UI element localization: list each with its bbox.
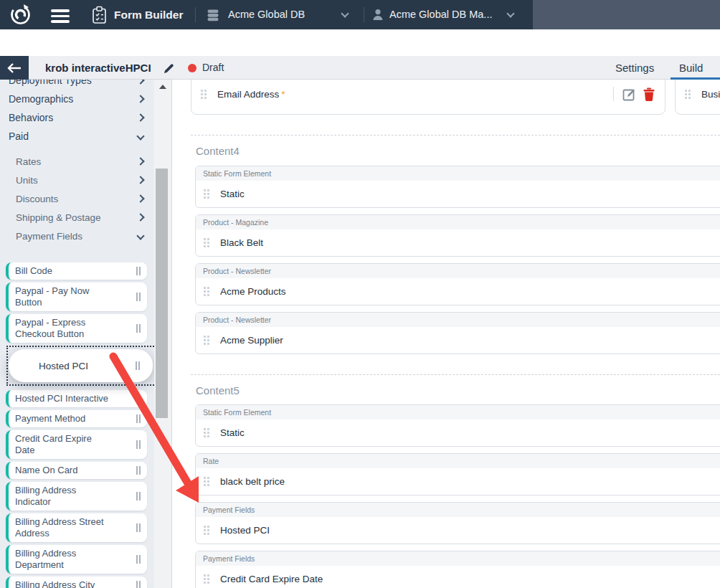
tab-settings[interactable]: Settings (615, 56, 654, 80)
required-asterisk: * (281, 89, 285, 100)
element-library-sidebar: Deployment Types Demographics Behaviors … (0, 56, 154, 588)
drag-handle-icon[interactable] (136, 523, 141, 532)
topbar-divider (364, 7, 364, 22)
drag-dots-icon[interactable] (203, 237, 210, 248)
top-bar-right-section (533, 0, 720, 29)
drag-dots-icon[interactable] (203, 525, 210, 536)
drag-handle-icon[interactable] (136, 466, 141, 475)
user-icon (372, 9, 384, 21)
field-chip-bill-code[interactable]: Bill Code (6, 262, 147, 280)
drag-dots-icon[interactable] (203, 335, 210, 346)
top-app-bar: Form Builder Acme Global DB Acme Global … (0, 0, 720, 29)
field-chip-paypal-express[interactable]: Paypal - Express Checkout Button (6, 314, 147, 343)
canvas-element-hosted-pci[interactable]: Payment Fields Hosted PCI (195, 502, 720, 544)
drag-dots-icon[interactable] (203, 189, 210, 199)
drag-handle-icon[interactable] (136, 324, 141, 333)
section-title-content5: Content5 (196, 384, 240, 397)
section-dashed-divider (191, 374, 720, 375)
drag-source-placeholder: Hosted PCI (6, 346, 154, 386)
sidebar-item-units[interactable]: Units (0, 171, 154, 189)
database-icon (207, 9, 219, 22)
field-chip-credit-card-expire-date[interactable]: Credit Card Expire Date (6, 430, 147, 459)
chevron-right-icon (136, 157, 144, 165)
drag-dots-icon[interactable] (203, 476, 210, 487)
section-title-content4: Content4 (196, 145, 240, 157)
canvas-element-black-belt-price[interactable]: Rate black belt price (195, 453, 720, 495)
drag-dots-icon[interactable] (203, 427, 210, 438)
field-chip-billing-address-indicator[interactable]: Billing Address Indicator (6, 482, 147, 511)
canvas-element-email-address[interactable]: Email Address * (191, 80, 665, 115)
form-builder-clipboard-icon (91, 6, 108, 24)
drag-dots-icon[interactable] (203, 286, 210, 297)
drag-handle-icon[interactable] (136, 492, 141, 501)
sidebar-item-demographics[interactable]: Demographics (0, 90, 154, 108)
section-dashed-divider (191, 135, 720, 136)
build-active-underline (671, 77, 720, 80)
database-chevron-down-icon[interactable] (341, 9, 349, 17)
user-selector-label[interactable]: Acme Global DB Ma... (389, 0, 492, 29)
drag-handle-icon[interactable] (136, 267, 141, 275)
field-chip-payment-method[interactable]: Payment Method (6, 410, 147, 427)
field-chip-name-on-card[interactable]: Name On Card (6, 462, 147, 479)
drag-dots-icon[interactable] (684, 89, 691, 100)
sidebar-item-paid[interactable]: Paid (0, 127, 154, 146)
chevron-down-icon (136, 132, 144, 140)
field-chip-billing-address-street[interactable]: Billing Address Street Address (6, 513, 147, 542)
scrollbar-thumb[interactable] (156, 169, 168, 418)
chevron-right-icon (136, 95, 144, 103)
edit-title-pencil-icon[interactable] (163, 62, 175, 75)
drag-dots-icon[interactable] (200, 89, 207, 100)
field-chip-billing-address-department[interactable]: Billing Address Department (6, 545, 147, 574)
form-header-bar: krob interactiveHPCI Draft Settings Buil… (0, 56, 720, 80)
chevron-right-icon (136, 113, 144, 121)
database-selector-label[interactable]: Acme Global DB (228, 0, 305, 29)
chevron-right-icon (136, 176, 144, 184)
edit-element-icon[interactable] (622, 87, 636, 101)
user-chevron-down-icon[interactable] (506, 9, 514, 17)
back-arrow-icon (6, 62, 22, 74)
canvas-element-static[interactable]: Static Form Element Static (195, 166, 720, 208)
divider (613, 87, 614, 101)
form-title: krob interactiveHPCI (45, 56, 151, 80)
topbar-divider (195, 7, 196, 22)
scrollbar-up-arrow-icon[interactable] (159, 85, 166, 89)
sidebar-item-discounts[interactable]: Discounts (0, 189, 154, 208)
field-chip-billing-address-city[interactable]: Billing Address City (6, 577, 147, 588)
status-label: Draft (202, 56, 224, 80)
sidebar-item-payment-fields[interactable]: Payment Fields (0, 227, 154, 245)
canvas-element-credit-card-expire-date[interactable]: Payment Fields Credit Card Expire Date (195, 551, 720, 588)
dragged-field-chip-hosted-pci[interactable]: Hosted PCI (9, 349, 153, 382)
drag-handle-icon[interactable] (136, 361, 140, 370)
chevron-right-icon (136, 194, 144, 202)
sidebar-item-rates[interactable]: Rates (0, 152, 154, 171)
form-canvas: Email Address * Busin Content4 Static Fo… (172, 80, 720, 588)
draft-status-dot (188, 64, 196, 72)
drag-handle-icon[interactable] (136, 581, 141, 588)
drag-handle-icon[interactable] (136, 293, 141, 301)
field-chip-paypal-pay-now[interactable]: Paypal - Pay Now Button (6, 283, 147, 311)
field-chip-hosted-pci-interactive[interactable]: Hosted PCI Interactive (6, 390, 147, 407)
chevron-down-icon (136, 232, 144, 240)
drag-handle-icon[interactable] (136, 440, 141, 449)
back-button[interactable] (0, 56, 29, 80)
sidebar-scrollbar[interactable] (154, 80, 172, 588)
delete-element-trash-icon[interactable] (643, 87, 655, 101)
canvas-element-clipped-right[interactable]: Busin (675, 80, 720, 115)
drag-handle-icon[interactable] (136, 555, 141, 564)
drag-handle-icon[interactable] (136, 414, 141, 423)
canvas-element-black-belt[interactable]: Product - Magazine Black Belt (195, 214, 720, 257)
canvas-element-acme-products[interactable]: Product - Newsletter Acme Products (195, 263, 720, 305)
app-title: Form Builder (114, 0, 183, 29)
canvas-element-acme-supplier[interactable]: Product - Newsletter Acme Supplier (195, 312, 720, 354)
sidebar-item-shipping-postage[interactable]: Shipping & Postage (0, 208, 154, 227)
chevron-right-icon (136, 213, 144, 221)
drag-dots-icon[interactable] (203, 574, 210, 584)
canvas-element-static-2[interactable]: Static Form Element Static (195, 404, 720, 447)
tab-build[interactable]: Build (679, 56, 703, 80)
hamburger-menu-icon[interactable] (51, 9, 70, 23)
sidebar-item-behaviors[interactable]: Behaviors (0, 108, 154, 127)
drag-handle-icon[interactable] (136, 394, 141, 403)
omeda-logo-icon[interactable] (9, 4, 32, 26)
